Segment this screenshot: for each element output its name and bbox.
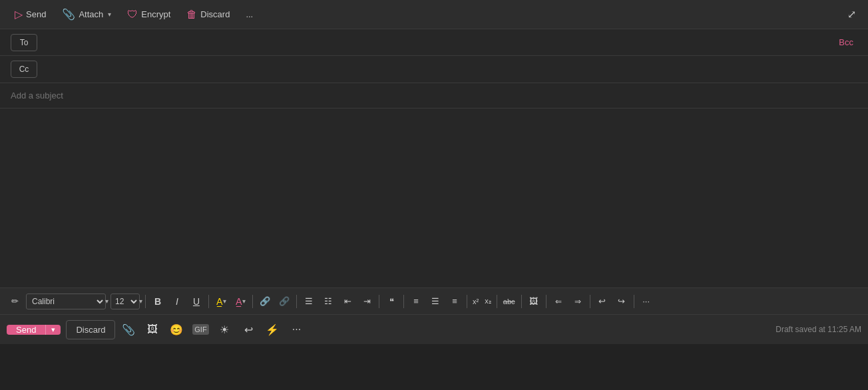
to-button[interactable]: To <box>11 34 37 51</box>
loop-button[interactable]: ☀ <box>214 319 235 340</box>
numbering-button[interactable]: ☷ <box>319 292 337 311</box>
highlight-icon: A̲ <box>216 296 223 307</box>
italic-button[interactable]: I <box>168 292 186 311</box>
separator-12 <box>634 295 634 308</box>
attach-bottom-icon: 📎 <box>122 323 135 336</box>
send-split-button: Send ▾ <box>7 325 61 335</box>
separator-9 <box>521 295 522 308</box>
link-icon: 🔗 <box>260 296 270 306</box>
decrease-indent-button[interactable]: ⇤ <box>338 292 357 311</box>
send-dropdown-button[interactable]: ▾ <box>45 325 61 335</box>
format-toolbar: ✏ Calibri ▾ 12 ▾ B I U A̲ ▾ A̲ ▾ 🔗 🔗 ☰ ☷… <box>0 288 868 315</box>
rtl-button[interactable]: ⇐ <box>549 292 568 311</box>
font-color-button[interactable]: A̲ ▾ <box>231 292 250 311</box>
cc-button[interactable]: Cc <box>11 61 37 78</box>
rtl-icon: ⇐ <box>555 297 562 306</box>
attach-icon: 📎 <box>62 8 75 21</box>
bullets-button[interactable]: ☰ <box>300 292 318 311</box>
clear-format-button[interactable]: ✏ <box>5 292 24 311</box>
bold-button[interactable]: B <box>148 292 167 311</box>
cc-input[interactable] <box>45 65 857 75</box>
separator-10 <box>546 295 546 308</box>
send-main-button[interactable]: Send <box>7 325 45 335</box>
separator-3 <box>252 295 253 308</box>
gif-button[interactable]: GIF <box>190 319 211 340</box>
popout-button[interactable]: ⤢ <box>843 4 860 25</box>
align-left-button[interactable]: ≡ <box>407 292 425 311</box>
subscript-button[interactable]: x₂ <box>482 292 494 311</box>
size-chevron-icon: ▾ <box>139 297 142 305</box>
ltr-icon: ⇒ <box>574 297 581 306</box>
send-button[interactable]: ▷ Send <box>8 4 53 25</box>
encrypt-button[interactable]: 🛡 Encrypt <box>120 5 177 25</box>
align-right-button[interactable]: ≡ <box>445 292 464 311</box>
superscript-icon: x² <box>473 297 479 305</box>
highlight-chevron: ▾ <box>223 297 226 305</box>
to-row: To Bcc <box>0 29 868 56</box>
font-color-icon: A̲ <box>236 296 242 307</box>
body-area[interactable] <box>0 108 868 288</box>
highlight-button[interactable]: A̲ ▾ <box>212 292 230 311</box>
undo-button[interactable]: ↩ <box>593 292 612 311</box>
subject-input[interactable] <box>11 91 857 100</box>
separator-7 <box>467 295 467 308</box>
zapier-button[interactable]: ⚡ <box>262 319 283 340</box>
align-right-icon: ≡ <box>452 296 457 306</box>
discard-icon: 🗑 <box>186 9 197 21</box>
encrypt-label: Encrypt <box>141 9 170 19</box>
font-size-selector[interactable]: 12 <box>110 293 140 309</box>
send-label: Send <box>26 9 46 19</box>
redo-icon: ↪ <box>618 296 625 306</box>
attach-button[interactable]: 📎 Attach ▾ <box>55 4 118 25</box>
gif-icon: GIF <box>192 324 208 335</box>
separator-1 <box>145 295 146 308</box>
decrease-indent-icon: ⇤ <box>344 296 351 306</box>
subject-row <box>0 83 868 108</box>
bottom-toolbar: Send ▾ Discard 📎 🖼 😊 GIF ☀ ↩ ⚡ ··· Draft… <box>0 315 868 344</box>
emoji-icon: 😊 <box>170 323 183 336</box>
quote-icon: ❝ <box>389 296 394 306</box>
separator-5 <box>379 295 379 308</box>
discard-button[interactable]: 🗑 Discard <box>180 5 236 25</box>
undo-icon: ↩ <box>598 296 606 306</box>
undo-bottom-icon: ↩ <box>244 323 253 336</box>
insert-image-bottom-button[interactable]: 🖼 <box>142 319 163 340</box>
quote-button[interactable]: ❝ <box>382 292 401 311</box>
align-center-button[interactable]: ☰ <box>426 292 445 311</box>
more-bottom-button[interactable]: ··· <box>286 319 307 340</box>
separator-4 <box>296 295 297 308</box>
increase-indent-button[interactable]: ⇥ <box>357 292 376 311</box>
font-selector[interactable]: Calibri <box>26 293 106 309</box>
more-bottom-icon: ··· <box>292 323 301 335</box>
strikethrough-button[interactable]: abc <box>500 292 519 311</box>
remove-link-button[interactable]: 🔗 <box>275 292 294 311</box>
popout-icon: ⤢ <box>847 8 856 21</box>
more-options-button[interactable]: ... <box>239 5 260 23</box>
top-toolbar: ▷ Send 📎 Attach ▾ 🛡 Encrypt 🗑 Discard ..… <box>0 0 868 29</box>
more-format-button[interactable]: ··· <box>637 292 656 311</box>
subscript-icon: x₂ <box>485 297 491 305</box>
undo-bottom-button[interactable]: ↩ <box>238 319 259 340</box>
image-bottom-icon: 🖼 <box>147 323 158 335</box>
strikethrough-icon: abc <box>503 297 515 305</box>
increase-indent-icon: ⇥ <box>363 296 371 306</box>
attach-dropdown-icon: ▾ <box>108 11 111 18</box>
insert-image-button[interactable]: 🖼 <box>525 292 543 311</box>
font-color-chevron: ▾ <box>242 297 246 305</box>
more-options-icon: ... <box>246 9 253 19</box>
send-caret-icon: ▾ <box>51 325 55 333</box>
ltr-button[interactable]: ⇒ <box>568 292 587 311</box>
font-chevron-icon: ▾ <box>105 297 108 305</box>
bcc-button[interactable]: Bcc <box>835 35 857 50</box>
discard-bottom-button[interactable]: Discard <box>66 320 115 339</box>
align-left-icon: ≡ <box>413 296 419 306</box>
attach-bottom-button[interactable]: 📎 <box>118 319 139 340</box>
to-input[interactable] <box>45 37 835 47</box>
separator-8 <box>497 295 497 308</box>
underline-button[interactable]: U <box>187 292 206 311</box>
redo-button[interactable]: ↪ <box>612 292 631 311</box>
recipients-area: To Bcc Cc <box>0 29 868 83</box>
superscript-button[interactable]: x² <box>470 292 481 311</box>
emoji-button[interactable]: 😊 <box>166 319 187 340</box>
insert-link-button[interactable]: 🔗 <box>256 292 274 311</box>
